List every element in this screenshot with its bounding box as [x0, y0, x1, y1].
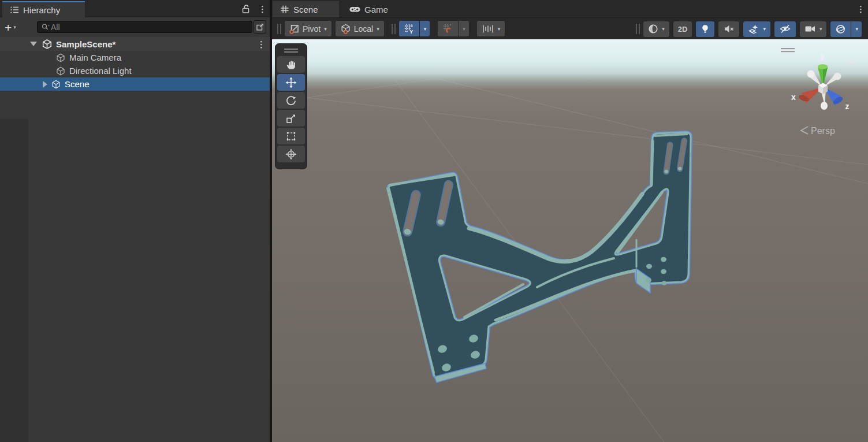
hierarchy-gutter: [0, 119, 28, 442]
gameobject-cube-icon: [55, 53, 66, 63]
scene-toolbar: Pivot ▾ Local ▾ Y: [272, 17, 868, 39]
hierarchy-toolbar: + ▾: [0, 17, 270, 37]
rect-tool-icon: [285, 131, 297, 142]
pivot-mode-button[interactable]: Pivot ▾: [285, 21, 331, 36]
tab-game-label: Game: [364, 5, 388, 14]
hierarchy-panel: Hierarchy ⋮ + ▾: [0, 0, 270, 442]
unlock-icon[interactable]: [240, 3, 251, 14]
grid-visibility-button[interactable]: Y: [399, 21, 419, 36]
speaker-muted-icon: [723, 24, 735, 34]
tab-hierarchy-label: Hierarchy: [23, 5, 60, 15]
orientation-button[interactable]: Local ▾: [336, 21, 384, 36]
snap-increment-button[interactable]: ▾: [477, 21, 505, 36]
gizmos-sphere-icon: [835, 24, 846, 35]
toolbar-drag-handle[interactable]: [277, 24, 281, 34]
search-icon: [41, 23, 51, 32]
scene-header-label: SampleScene*: [56, 39, 116, 49]
eye-hidden-icon: [779, 24, 791, 34]
tools-drag-handle[interactable]: [284, 49, 298, 53]
shaded-sphere-icon: [648, 24, 658, 34]
game-gamepad-icon: [349, 4, 361, 14]
chevron-down-icon: ▾: [13, 24, 16, 30]
transform-icon: [285, 148, 297, 160]
hierarchy-search-box[interactable]: [37, 21, 252, 33]
gizmo-x-label: x: [791, 92, 796, 102]
gizmo-z-label: z: [845, 102, 850, 111]
chevron-down-icon: ▾: [819, 26, 822, 32]
rotate-tool-button[interactable]: [277, 92, 305, 109]
chevron-down-icon: ▾: [377, 26, 379, 32]
move-tool-button[interactable]: [277, 74, 305, 91]
hand-tool-button[interactable]: [277, 56, 305, 73]
tree-item-label: Directional Light: [69, 66, 132, 76]
grid-axis-label: Y: [409, 28, 413, 35]
hierarchy-menu-kebab-icon[interactable]: ⋮: [258, 5, 265, 13]
viewport-canvas: y x z Persp: [272, 39, 868, 442]
scale-tool-button[interactable]: [277, 110, 305, 127]
rect-tool-button[interactable]: [277, 128, 305, 144]
tab-scene-label: Scene: [293, 5, 318, 14]
shading-mode-button[interactable]: ▾: [643, 21, 669, 37]
local-cube-icon: [340, 23, 351, 34]
scene-panel-kebab-icon[interactable]: ⋮: [856, 5, 863, 13]
move-icon: [285, 77, 297, 88]
audio-mute-button[interactable]: [718, 21, 739, 37]
chevron-down-icon: ▾: [424, 26, 427, 32]
scene-tab-bar: Scene Game ⋮: [272, 0, 868, 17]
popout-window-button[interactable]: [254, 20, 266, 34]
effects-button[interactable]: ▾: [743, 21, 770, 37]
scene-viewport[interactable]: y x z Persp: [272, 39, 868, 442]
pivot-icon: [289, 24, 300, 34]
chevron-down-icon: ▾: [855, 26, 858, 32]
projection-label: Persp: [811, 126, 835, 136]
gizmos-dropdown[interactable]: ▾: [851, 21, 862, 37]
tree-item-label: Scene: [65, 79, 90, 89]
effects-sparkle-icon: [748, 24, 759, 34]
chevron-down-icon: ▾: [498, 26, 501, 32]
chevron-down-icon: ▾: [763, 26, 766, 32]
grid-visibility-dropdown[interactable]: ▾: [420, 21, 430, 36]
scene-panel: Scene Game ⋮ Pivot ▾: [272, 0, 868, 442]
2d-label: 2D: [678, 25, 688, 34]
collapse-arrow-icon[interactable]: [30, 42, 37, 46]
tab-game[interactable]: Game: [345, 1, 392, 17]
orientation-label: Local: [354, 24, 373, 34]
rotate-icon: [285, 95, 297, 106]
camera-settings-button[interactable]: ▾: [800, 21, 827, 37]
light-bulb-icon: [701, 24, 710, 34]
hierarchy-tab-bar: Hierarchy ⋮: [0, 0, 270, 17]
hierarchy-list-icon: [9, 5, 20, 15]
gameobject-cube-icon: [55, 66, 66, 76]
search-input[interactable]: [51, 23, 248, 32]
plus-icon: +: [5, 21, 12, 34]
grid-snapping-button[interactable]: [438, 21, 458, 36]
transform-tool-button[interactable]: [277, 146, 305, 162]
hand-icon: [285, 59, 297, 70]
toolbar-drag-handle[interactable]: [392, 24, 396, 34]
tree-row-scene-selected[interactable]: Scene: [0, 77, 270, 91]
popout-icon: [256, 23, 265, 31]
scene-grid-icon: [280, 4, 290, 14]
toolbar-drag-handle[interactable]: [636, 24, 640, 34]
scale-icon: [285, 113, 297, 124]
scene-visibility-button[interactable]: [774, 21, 796, 37]
2d-toggle-button[interactable]: 2D: [673, 21, 692, 37]
tree-row-main-camera[interactable]: Main Camera: [0, 51, 270, 64]
scene-menu-kebab-icon[interactable]: ⋮: [257, 40, 264, 49]
tab-scene[interactable]: Scene: [273, 1, 339, 17]
tree-row-directional-light[interactable]: Directional Light: [0, 64, 270, 77]
chevron-down-icon: ▾: [324, 26, 327, 32]
gizmo-y-label: y: [820, 51, 825, 61]
gizmos-button[interactable]: [830, 21, 851, 37]
scene-lighting-button[interactable]: [696, 21, 714, 37]
tree-row-scene-header[interactable]: SampleScene* ⋮: [0, 37, 270, 51]
snap-increment-ruler-icon: [482, 24, 494, 34]
tab-hierarchy[interactable]: Hierarchy: [2, 1, 85, 17]
create-object-button[interactable]: + ▾: [5, 21, 16, 34]
expand-arrow-icon[interactable]: [43, 81, 47, 88]
gameobject-cube-icon: [51, 79, 61, 90]
grid-icon: Y: [404, 23, 415, 34]
tools-overlay: [275, 43, 307, 169]
grid-snapping-dropdown[interactable]: ▾: [459, 21, 469, 36]
sky-ground-gradient: [272, 39, 868, 442]
